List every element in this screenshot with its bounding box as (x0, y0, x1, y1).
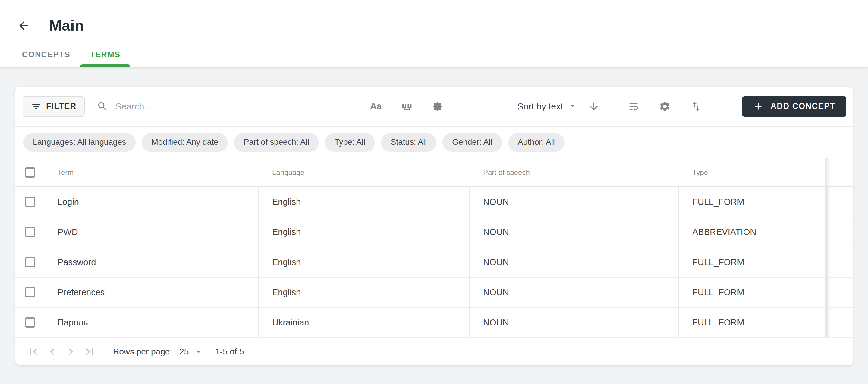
table-row[interactable]: Password English NOUN FULL_FORM (16, 247, 853, 277)
table-row[interactable]: Login English NOUN FULL_FORM (16, 187, 853, 217)
tab-terms[interactable]: TERMS (80, 42, 130, 67)
cell-language: Ukrainian (258, 308, 470, 337)
sort-direction-button[interactable] (587, 99, 601, 114)
column-label-part-of-speech: Part of speech (470, 158, 679, 186)
cell-language: English (258, 217, 470, 247)
filter-button[interactable]: FILTER (23, 96, 85, 117)
rows-per-page-select[interactable]: 25 (179, 347, 203, 357)
match-case-icon: Aa (370, 101, 382, 112)
caret-down-icon (568, 101, 578, 112)
previous-page-button[interactable] (45, 345, 59, 359)
search-option-icons: Aa (369, 99, 444, 114)
add-concept-button[interactable]: ADD CONCEPT (742, 96, 846, 117)
filter-chip[interactable]: Author: All (508, 133, 564, 152)
back-button[interactable] (17, 19, 30, 32)
column-label-language: Language (258, 158, 470, 186)
sort-select[interactable]: Sort by text (518, 101, 578, 112)
pinned-column-spacer (825, 247, 853, 277)
cell-type: FULL_FORM (679, 308, 826, 337)
pinned-column-spacer (825, 158, 853, 186)
cell-language: English (258, 277, 470, 307)
app-header: Main CONCEPTS TERMS (0, 0, 868, 67)
rows-per-page-value: 25 (179, 347, 189, 357)
gear-icon (659, 100, 671, 113)
add-concept-label: ADD CONCEPT (770, 102, 835, 111)
cell-language: English (258, 247, 470, 277)
search-input[interactable] (116, 101, 323, 112)
app-root: Main CONCEPTS TERMS FILTER Aa (0, 0, 868, 365)
swap-vertical-icon (690, 100, 702, 113)
chevron-left-icon (45, 345, 59, 358)
column-label-term: Term (58, 168, 73, 177)
cell-term: Пароль (16, 308, 258, 337)
filter-chip[interactable]: Modified: Any date (142, 133, 228, 152)
first-page-button[interactable] (26, 345, 41, 359)
row-checkbox[interactable] (25, 257, 35, 267)
arrow-down-icon (588, 100, 600, 113)
pagination-range: 1-5 of 5 (215, 347, 244, 357)
focus-frame-icon (431, 100, 443, 113)
term-text: PWD (58, 227, 78, 237)
cell-term: PWD (16, 217, 258, 247)
filter-chip[interactable]: Status: All (381, 133, 436, 152)
term-text: Password (58, 257, 96, 267)
cell-part-of-speech: NOUN (470, 247, 679, 277)
chevron-right-icon (64, 345, 78, 358)
rows-per-page-label: Rows per page: (113, 347, 172, 357)
cell-part-of-speech: NOUN (470, 277, 679, 307)
wrap-text-icon (627, 100, 640, 113)
select-all-checkbox[interactable] (25, 168, 35, 178)
arrow-left-icon (17, 19, 30, 32)
cell-type: ABBREVIATION (679, 217, 826, 247)
scan-bars-button[interactable] (399, 99, 414, 114)
settings-button[interactable] (658, 99, 672, 114)
scan-bars-icon (401, 100, 412, 113)
last-page-button[interactable] (82, 345, 97, 359)
pinned-column-spacer (825, 217, 853, 247)
column-label-type: Type (679, 158, 826, 186)
page-title: Main (49, 17, 84, 34)
page-body: FILTER Aa (0, 67, 868, 365)
term-text: Preferences (58, 288, 104, 297)
cell-term: Login (16, 187, 258, 216)
cell-type: FULL_FORM (679, 187, 826, 216)
filter-chips-row: Languages: All languages Modified: Any d… (16, 127, 853, 158)
row-checkbox[interactable] (25, 227, 35, 237)
wrap-text-button[interactable] (626, 99, 641, 114)
pinned-column-spacer (825, 187, 853, 216)
pinned-column-spacer (825, 308, 853, 337)
swap-vertical-button[interactable] (689, 99, 704, 114)
table-row[interactable]: Preferences English NOUN FULL_FORM (16, 277, 853, 308)
term-text: Пароль (58, 318, 88, 328)
filter-chip[interactable]: Gender: All (442, 133, 502, 152)
cell-term: Preferences (16, 277, 258, 307)
cell-part-of-speech: NOUN (470, 308, 679, 337)
cell-part-of-speech: NOUN (470, 187, 679, 216)
cell-term: Password (16, 247, 258, 277)
filter-chip[interactable]: Type: All (325, 133, 375, 152)
tab-concepts[interactable]: CONCEPTS (12, 42, 80, 67)
tab-bar: CONCEPTS TERMS (12, 42, 868, 67)
last-page-icon (83, 345, 96, 358)
next-page-button[interactable] (64, 345, 78, 359)
table-row[interactable]: PWD English NOUN ABBREVIATION (16, 217, 853, 247)
search-box (97, 101, 323, 112)
table-row[interactable]: Пароль Ukrainian NOUN FULL_FORM (16, 308, 853, 338)
filter-chip[interactable]: Part of speech: All (234, 133, 319, 152)
focus-frame-button[interactable] (430, 99, 444, 114)
term-text: Login (58, 197, 79, 207)
terms-card: FILTER Aa (16, 87, 853, 365)
match-case-button[interactable]: Aa (369, 99, 383, 114)
filter-button-label: FILTER (46, 102, 76, 111)
table-header-row: Term Language Part of speech Type (16, 158, 853, 187)
row-checkbox[interactable] (25, 197, 35, 207)
toolbar-right: Sort by text (518, 96, 846, 117)
row-checkbox[interactable] (25, 317, 35, 328)
pagination-bar: Rows per page: 25 1-5 of 5 (16, 338, 853, 365)
header-cell-term: Term (16, 158, 258, 186)
sort-select-label: Sort by text (518, 101, 563, 112)
plus-icon (753, 101, 764, 112)
toolbar: FILTER Aa (16, 87, 853, 127)
row-checkbox[interactable] (25, 287, 35, 297)
filter-chip[interactable]: Languages: All languages (23, 133, 135, 152)
